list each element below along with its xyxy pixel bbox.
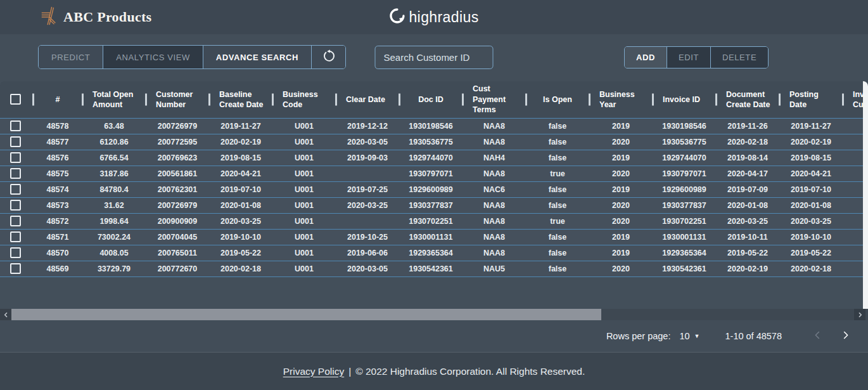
- table-cell: 2020: [589, 134, 653, 150]
- table-cell: false: [526, 245, 589, 261]
- table-row[interactable]: 4857331.622007269792020-01-08U0012020-03…: [0, 197, 863, 213]
- next-page-button[interactable]: [836, 327, 854, 345]
- scroll-left-button[interactable]: [0, 309, 11, 320]
- column-header[interactable]: #: [33, 81, 82, 118]
- horizontal-scrollbar-thumb[interactable]: [11, 309, 601, 320]
- analytics-view-button[interactable]: ANALYTICS VIEW: [103, 46, 203, 68]
- pagination-bar: Rows per page: 10 ▼ 1-10 of 48578: [0, 320, 868, 352]
- column-header[interactable]: Clear Date: [336, 81, 399, 118]
- row-checkbox[interactable]: [10, 263, 21, 274]
- app-root: ABC Products highradius PREDICT ANALYTIC…: [0, 0, 868, 390]
- column-header[interactable]: Business Code: [272, 81, 336, 118]
- add-button[interactable]: ADD: [625, 47, 667, 68]
- table-row[interactable]: 485766766.542007696232019-08-15U0012019-…: [0, 150, 863, 166]
- select-all-cell: [0, 81, 33, 118]
- column-header[interactable]: Doc ID: [399, 81, 463, 118]
- horizontal-scrollbar[interactable]: [0, 309, 868, 320]
- column-header[interactable]: Invoice Currency: [843, 81, 863, 118]
- table-cell: 200726979: [146, 197, 209, 213]
- column-header[interactable]: Invoice ID: [653, 81, 716, 118]
- table-cell: 48577: [33, 134, 82, 150]
- select-all-checkbox[interactable]: [10, 94, 21, 105]
- table-row[interactable]: 4857173002.242007040452019-10-10U0012019…: [0, 229, 863, 245]
- table-cell: false: [526, 261, 589, 276]
- row-checkbox[interactable]: [10, 120, 21, 131]
- row-checkbox[interactable]: [10, 216, 21, 226]
- table-cell: [843, 213, 863, 229]
- table-cell: 2019-10-11: [716, 229, 779, 245]
- vertical-scrollbar[interactable]: [863, 81, 868, 309]
- scroll-right-button[interactable]: [854, 309, 865, 320]
- previous-page-button[interactable]: [808, 327, 826, 345]
- table-row[interactable]: 4857863.482007269792019-11-27U0012019-12…: [0, 118, 863, 134]
- column-header[interactable]: Baseline Create Date: [209, 81, 272, 118]
- dropdown-caret-icon: ▼: [694, 333, 700, 339]
- search-input[interactable]: [375, 46, 494, 69]
- edit-button[interactable]: EDIT: [667, 47, 710, 68]
- row-checkbox[interactable]: [10, 168, 21, 179]
- table-cell: 2019-07-10: [779, 181, 843, 197]
- table-cell: U001: [272, 229, 336, 245]
- row-checkbox[interactable]: [10, 184, 21, 195]
- highradius-wordmark: highradius: [409, 9, 478, 26]
- column-header[interactable]: Posting Date: [779, 81, 843, 118]
- highradius-icon: [389, 8, 405, 27]
- table-clip: #Total Open AmountCustomer NumberBaselin…: [0, 81, 863, 309]
- table-cell: U001: [272, 181, 336, 197]
- table-cell: 1929600989: [653, 181, 716, 197]
- table-row[interactable]: 485721998.642009009092020-03-25U00119307…: [0, 213, 863, 229]
- table-cell: NAA8: [463, 229, 526, 245]
- table-cell: 48570: [33, 245, 82, 261]
- table-cell: 2020-03-05: [336, 261, 399, 276]
- row-checkbox-cell: [0, 229, 33, 245]
- table-row[interactable]: 485704008.052007650112019-05-22U0012019-…: [0, 245, 863, 261]
- table-cell: 1929744070: [653, 150, 716, 166]
- table-cell: [843, 229, 863, 245]
- page-range-label: 1-10 of 48578: [725, 331, 782, 341]
- table-cell: 2019-11-26: [716, 118, 779, 134]
- table-cell: 48575: [33, 166, 82, 181]
- advance-search-button[interactable]: ADVANCE SEARCH: [203, 46, 311, 68]
- column-header[interactable]: Customer Number: [146, 81, 209, 118]
- table-row[interactable]: 485776120.862007725952020-02-19U0012020-…: [0, 134, 863, 150]
- table-row[interactable]: 4856933729.792007726702020-02-18U0012020…: [0, 261, 863, 276]
- column-header[interactable]: Cust Payment Terms: [463, 81, 526, 118]
- row-checkbox-cell: [0, 181, 33, 197]
- table-cell: 2019-12-12: [336, 118, 399, 134]
- table-row[interactable]: 485753187.862005618612020-04-21U00119307…: [0, 166, 863, 181]
- rows-per-page-select[interactable]: 10 ▼: [679, 331, 699, 341]
- table-cell: 2019-11-27: [209, 118, 272, 134]
- table-cell: NAA8: [463, 197, 526, 213]
- chevron-left-icon: [813, 330, 822, 342]
- table-cell: 200772595: [146, 134, 209, 150]
- row-checkbox-cell: [0, 197, 33, 213]
- row-checkbox[interactable]: [10, 152, 21, 163]
- table-cell: 2020-02-19: [209, 134, 272, 150]
- table-cell: NAC6: [463, 181, 526, 197]
- row-checkbox[interactable]: [10, 200, 21, 211]
- table-cell: 1998.64: [82, 213, 146, 229]
- column-header[interactable]: Is Open: [526, 81, 589, 118]
- table-cell: 6120.86: [82, 134, 146, 150]
- table-cell: NAA8: [463, 245, 526, 261]
- table-cell: 2020: [589, 261, 653, 276]
- table-row[interactable]: 4857484780.42007623012019-07-10U0012019-…: [0, 181, 863, 197]
- row-checkbox[interactable]: [10, 247, 21, 258]
- table-cell: 48571: [33, 229, 82, 245]
- table-cell: 33729.79: [82, 261, 146, 276]
- column-header[interactable]: Document Create Date: [716, 81, 779, 118]
- table-cell: 2019-09-03: [336, 150, 399, 166]
- row-checkbox[interactable]: [10, 231, 21, 242]
- delete-button[interactable]: DELETE: [710, 47, 768, 68]
- table-cell: 2020-03-25: [716, 213, 779, 229]
- table-cell: 1930198546: [399, 118, 463, 134]
- highradius-logo: highradius: [389, 8, 478, 27]
- row-checkbox[interactable]: [10, 136, 21, 147]
- refresh-button[interactable]: [311, 46, 345, 68]
- table-cell: 2019-10-10: [779, 229, 843, 245]
- column-header[interactable]: Total Open Amount: [82, 81, 146, 118]
- privacy-policy-link[interactable]: Privacy Policy: [283, 366, 344, 377]
- predict-button[interactable]: PREDICT: [39, 46, 103, 68]
- table-cell: 2019-11-27: [779, 118, 843, 134]
- column-header[interactable]: Business Year: [589, 81, 653, 118]
